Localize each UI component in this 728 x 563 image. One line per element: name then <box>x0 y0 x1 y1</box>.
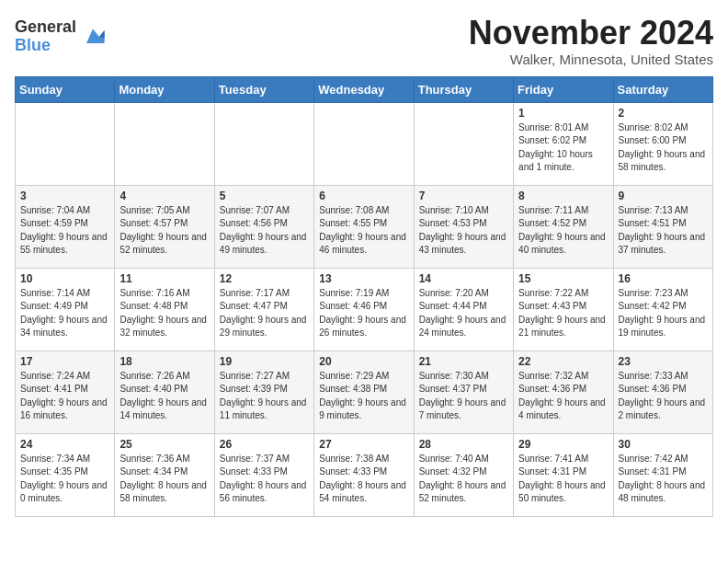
day-info: Sunrise: 7:26 AM Sunset: 4:40 PM Dayligh… <box>119 370 209 423</box>
svg-marker-1 <box>99 30 105 38</box>
calendar-cell: 16Sunrise: 7:23 AM Sunset: 4:42 PM Dayli… <box>613 268 712 350</box>
day-number: 9 <box>619 190 708 202</box>
day-info: Sunrise: 7:16 AM Sunset: 4:48 PM Dayligh… <box>119 287 209 340</box>
calendar-cell: 23Sunrise: 7:33 AM Sunset: 4:36 PM Dayli… <box>613 350 712 433</box>
day-number: 2 <box>619 107 708 120</box>
day-info: Sunrise: 7:08 AM Sunset: 4:55 PM Dayligh… <box>319 204 408 258</box>
day-info: Sunrise: 7:37 AM Sunset: 4:33 PM Dayligh… <box>220 453 309 506</box>
calendar-header-row: SundayMondayTuesdayWednesdayThursdayFrid… <box>16 76 713 102</box>
calendar-cell: 15Sunrise: 7:22 AM Sunset: 4:43 PM Dayli… <box>514 268 613 350</box>
day-info: Sunrise: 7:27 AM Sunset: 4:39 PM Dayligh… <box>220 370 309 423</box>
calendar-cell: 19Sunrise: 7:27 AM Sunset: 4:39 PM Dayli… <box>214 350 313 433</box>
day-number: 3 <box>20 190 109 202</box>
day-info: Sunrise: 7:04 AM Sunset: 4:59 PM Dayligh… <box>20 204 109 258</box>
day-info: Sunrise: 7:24 AM Sunset: 4:41 PM Dayligh… <box>20 370 109 423</box>
calendar-cell: 27Sunrise: 7:38 AM Sunset: 4:33 PM Dayli… <box>314 433 414 516</box>
day-info: Sunrise: 7:22 AM Sunset: 4:43 PM Dayligh… <box>518 287 608 340</box>
calendar-cell: 6Sunrise: 7:08 AM Sunset: 4:55 PM Daylig… <box>314 185 414 268</box>
day-number: 6 <box>319 190 408 202</box>
day-number: 29 <box>518 438 608 451</box>
calendar: SundayMondayTuesdayWednesdayThursdayFrid… <box>15 76 713 517</box>
day-number: 26 <box>220 438 309 451</box>
title-area: November 2024 Walker, Minnesota, United … <box>469 15 713 67</box>
day-number: 4 <box>119 190 209 202</box>
day-info: Sunrise: 7:10 AM Sunset: 4:53 PM Dayligh… <box>419 204 508 258</box>
day-info: Sunrise: 7:11 AM Sunset: 4:52 PM Dayligh… <box>518 204 608 258</box>
day-info: Sunrise: 7:40 AM Sunset: 4:32 PM Dayligh… <box>419 453 508 506</box>
calendar-cell: 22Sunrise: 7:32 AM Sunset: 4:36 PM Dayli… <box>514 350 613 433</box>
calendar-cell: 8Sunrise: 7:11 AM Sunset: 4:52 PM Daylig… <box>514 185 613 268</box>
calendar-cell: 2Sunrise: 8:02 AM Sunset: 6:00 PM Daylig… <box>613 102 712 185</box>
day-number: 5 <box>220 190 309 202</box>
calendar-cell <box>314 102 414 185</box>
day-info: Sunrise: 7:41 AM Sunset: 4:31 PM Dayligh… <box>518 453 608 506</box>
header: General Blue November 2024 Walker, Minne… <box>15 15 713 67</box>
day-number: 16 <box>619 272 708 285</box>
day-number: 23 <box>619 355 708 368</box>
calendar-cell <box>214 102 313 185</box>
day-number: 7 <box>419 190 508 202</box>
logo-blue: Blue <box>15 37 76 55</box>
calendar-header-sunday: Sunday <box>16 76 115 102</box>
calendar-cell: 11Sunrise: 7:16 AM Sunset: 4:48 PM Dayli… <box>115 268 214 350</box>
calendar-header-tuesday: Tuesday <box>214 76 313 102</box>
calendar-cell: 20Sunrise: 7:29 AM Sunset: 4:38 PM Dayli… <box>314 350 414 433</box>
calendar-cell: 13Sunrise: 7:19 AM Sunset: 4:46 PM Dayli… <box>314 268 414 350</box>
calendar-cell: 5Sunrise: 7:07 AM Sunset: 4:56 PM Daylig… <box>214 185 313 268</box>
calendar-cell: 21Sunrise: 7:30 AM Sunset: 4:37 PM Dayli… <box>414 350 513 433</box>
calendar-cell: 9Sunrise: 7:13 AM Sunset: 4:51 PM Daylig… <box>613 185 712 268</box>
day-number: 18 <box>119 355 209 368</box>
calendar-cell: 7Sunrise: 7:10 AM Sunset: 4:53 PM Daylig… <box>414 185 513 268</box>
logo-text: General Blue <box>15 18 76 55</box>
day-number: 17 <box>20 355 109 368</box>
calendar-week-2: 10Sunrise: 7:14 AM Sunset: 4:49 PM Dayli… <box>16 268 713 350</box>
day-info: Sunrise: 7:30 AM Sunset: 4:37 PM Dayligh… <box>419 370 508 423</box>
calendar-cell: 14Sunrise: 7:20 AM Sunset: 4:44 PM Dayli… <box>414 268 513 350</box>
day-info: Sunrise: 7:07 AM Sunset: 4:56 PM Dayligh… <box>220 204 309 258</box>
day-info: Sunrise: 7:20 AM Sunset: 4:44 PM Dayligh… <box>419 287 508 340</box>
day-info: Sunrise: 7:32 AM Sunset: 4:36 PM Dayligh… <box>518 370 608 423</box>
logo: General Blue <box>15 18 106 55</box>
day-info: Sunrise: 8:01 AM Sunset: 6:02 PM Dayligh… <box>518 121 608 175</box>
calendar-cell: 28Sunrise: 7:40 AM Sunset: 4:32 PM Dayli… <box>414 433 513 516</box>
calendar-header-wednesday: Wednesday <box>314 76 414 102</box>
day-info: Sunrise: 7:36 AM Sunset: 4:34 PM Dayligh… <box>119 453 209 506</box>
day-info: Sunrise: 7:13 AM Sunset: 4:51 PM Dayligh… <box>619 204 708 258</box>
calendar-week-0: 1Sunrise: 8:01 AM Sunset: 6:02 PM Daylig… <box>16 102 713 185</box>
calendar-cell <box>414 102 513 185</box>
calendar-cell: 1Sunrise: 8:01 AM Sunset: 6:02 PM Daylig… <box>514 102 613 185</box>
day-number: 8 <box>518 190 608 202</box>
day-info: Sunrise: 7:17 AM Sunset: 4:47 PM Dayligh… <box>220 287 309 340</box>
month-title: November 2024 <box>469 15 713 52</box>
day-info: Sunrise: 7:29 AM Sunset: 4:38 PM Dayligh… <box>319 370 408 423</box>
day-info: Sunrise: 7:19 AM Sunset: 4:46 PM Dayligh… <box>319 287 408 340</box>
day-number: 14 <box>419 272 508 285</box>
day-info: Sunrise: 7:05 AM Sunset: 4:57 PM Dayligh… <box>119 204 209 258</box>
day-number: 30 <box>619 438 708 451</box>
calendar-cell: 30Sunrise: 7:42 AM Sunset: 4:31 PM Dayli… <box>613 433 712 516</box>
day-number: 27 <box>319 438 408 451</box>
day-info: Sunrise: 7:33 AM Sunset: 4:36 PM Dayligh… <box>619 370 708 423</box>
calendar-cell: 12Sunrise: 7:17 AM Sunset: 4:47 PM Dayli… <box>214 268 313 350</box>
calendar-header-monday: Monday <box>115 76 214 102</box>
calendar-week-1: 3Sunrise: 7:04 AM Sunset: 4:59 PM Daylig… <box>16 185 713 268</box>
day-number: 21 <box>419 355 508 368</box>
calendar-cell: 26Sunrise: 7:37 AM Sunset: 4:33 PM Dayli… <box>214 433 313 516</box>
day-number: 20 <box>319 355 408 368</box>
calendar-cell: 10Sunrise: 7:14 AM Sunset: 4:49 PM Dayli… <box>16 268 115 350</box>
day-info: Sunrise: 7:23 AM Sunset: 4:42 PM Dayligh… <box>619 287 708 340</box>
calendar-cell: 3Sunrise: 7:04 AM Sunset: 4:59 PM Daylig… <box>16 185 115 268</box>
day-info: Sunrise: 7:34 AM Sunset: 4:35 PM Dayligh… <box>20 453 109 506</box>
logo-general: General <box>15 18 76 37</box>
day-info: Sunrise: 7:14 AM Sunset: 4:49 PM Dayligh… <box>20 287 109 340</box>
day-number: 15 <box>518 272 608 285</box>
day-number: 12 <box>220 272 309 285</box>
calendar-cell: 25Sunrise: 7:36 AM Sunset: 4:34 PM Dayli… <box>115 433 214 516</box>
calendar-cell: 17Sunrise: 7:24 AM Sunset: 4:41 PM Dayli… <box>16 350 115 433</box>
day-number: 22 <box>518 355 608 368</box>
day-number: 19 <box>220 355 309 368</box>
calendar-header-thursday: Thursday <box>414 76 513 102</box>
calendar-header-friday: Friday <box>514 76 613 102</box>
calendar-cell: 24Sunrise: 7:34 AM Sunset: 4:35 PM Dayli… <box>16 433 115 516</box>
logo-icon <box>80 24 106 50</box>
